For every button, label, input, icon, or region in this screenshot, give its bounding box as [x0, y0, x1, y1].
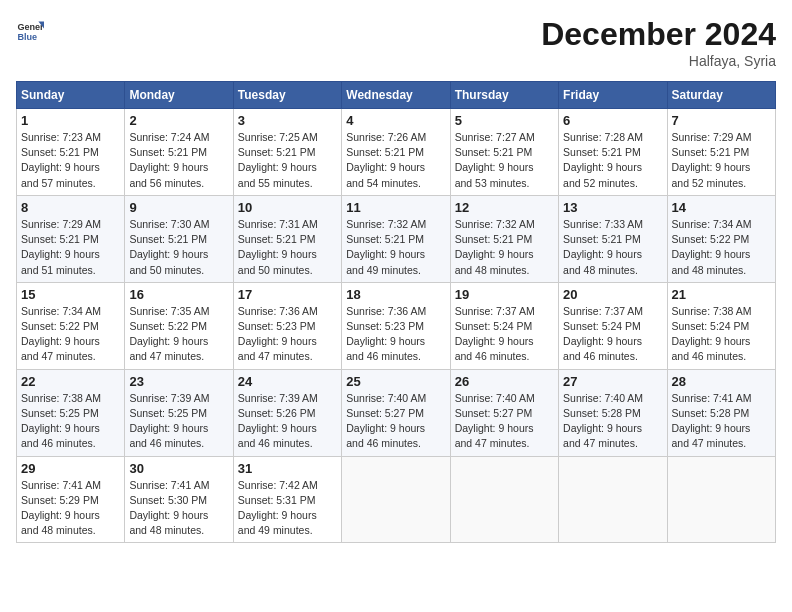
day-number: 23	[129, 374, 228, 389]
day-cell-6: 6Sunrise: 7:28 AMSunset: 5:21 PMDaylight…	[559, 109, 667, 196]
day-cell-11: 11Sunrise: 7:32 AMSunset: 5:21 PMDayligh…	[342, 195, 450, 282]
day-cell-13: 13Sunrise: 7:33 AMSunset: 5:21 PMDayligh…	[559, 195, 667, 282]
day-info: Sunrise: 7:27 AMSunset: 5:21 PMDaylight:…	[455, 130, 554, 191]
day-number: 8	[21, 200, 120, 215]
day-number: 29	[21, 461, 120, 476]
day-cell-29: 29Sunrise: 7:41 AMSunset: 5:29 PMDayligh…	[17, 456, 125, 543]
page-header: General Blue December 2024 Halfaya, Syri…	[16, 16, 776, 69]
day-number: 30	[129, 461, 228, 476]
day-number: 13	[563, 200, 662, 215]
week-row-1: 1Sunrise: 7:23 AMSunset: 5:21 PMDaylight…	[17, 109, 776, 196]
day-cell-5: 5Sunrise: 7:27 AMSunset: 5:21 PMDaylight…	[450, 109, 558, 196]
day-number: 18	[346, 287, 445, 302]
week-row-3: 15Sunrise: 7:34 AMSunset: 5:22 PMDayligh…	[17, 282, 776, 369]
day-info: Sunrise: 7:40 AMSunset: 5:27 PMDaylight:…	[346, 391, 445, 452]
day-cell-17: 17Sunrise: 7:36 AMSunset: 5:23 PMDayligh…	[233, 282, 341, 369]
day-info: Sunrise: 7:31 AMSunset: 5:21 PMDaylight:…	[238, 217, 337, 278]
empty-cell	[559, 456, 667, 543]
day-cell-15: 15Sunrise: 7:34 AMSunset: 5:22 PMDayligh…	[17, 282, 125, 369]
day-info: Sunrise: 7:37 AMSunset: 5:24 PMDaylight:…	[455, 304, 554, 365]
day-cell-31: 31Sunrise: 7:42 AMSunset: 5:31 PMDayligh…	[233, 456, 341, 543]
day-cell-1: 1Sunrise: 7:23 AMSunset: 5:21 PMDaylight…	[17, 109, 125, 196]
weekday-friday: Friday	[559, 82, 667, 109]
day-number: 6	[563, 113, 662, 128]
day-number: 28	[672, 374, 771, 389]
calendar-table: SundayMondayTuesdayWednesdayThursdayFrid…	[16, 81, 776, 543]
weekday-monday: Monday	[125, 82, 233, 109]
day-number: 5	[455, 113, 554, 128]
weekday-wednesday: Wednesday	[342, 82, 450, 109]
day-cell-19: 19Sunrise: 7:37 AMSunset: 5:24 PMDayligh…	[450, 282, 558, 369]
day-cell-8: 8Sunrise: 7:29 AMSunset: 5:21 PMDaylight…	[17, 195, 125, 282]
day-cell-12: 12Sunrise: 7:32 AMSunset: 5:21 PMDayligh…	[450, 195, 558, 282]
day-info: Sunrise: 7:32 AMSunset: 5:21 PMDaylight:…	[346, 217, 445, 278]
day-number: 10	[238, 200, 337, 215]
week-row-5: 29Sunrise: 7:41 AMSunset: 5:29 PMDayligh…	[17, 456, 776, 543]
empty-cell	[667, 456, 775, 543]
day-cell-16: 16Sunrise: 7:35 AMSunset: 5:22 PMDayligh…	[125, 282, 233, 369]
day-number: 27	[563, 374, 662, 389]
day-cell-14: 14Sunrise: 7:34 AMSunset: 5:22 PMDayligh…	[667, 195, 775, 282]
day-number: 25	[346, 374, 445, 389]
day-cell-9: 9Sunrise: 7:30 AMSunset: 5:21 PMDaylight…	[125, 195, 233, 282]
month-title: December 2024	[541, 16, 776, 53]
empty-cell	[450, 456, 558, 543]
day-cell-21: 21Sunrise: 7:38 AMSunset: 5:24 PMDayligh…	[667, 282, 775, 369]
day-cell-20: 20Sunrise: 7:37 AMSunset: 5:24 PMDayligh…	[559, 282, 667, 369]
day-cell-4: 4Sunrise: 7:26 AMSunset: 5:21 PMDaylight…	[342, 109, 450, 196]
day-info: Sunrise: 7:37 AMSunset: 5:24 PMDaylight:…	[563, 304, 662, 365]
day-number: 1	[21, 113, 120, 128]
day-number: 15	[21, 287, 120, 302]
day-info: Sunrise: 7:38 AMSunset: 5:24 PMDaylight:…	[672, 304, 771, 365]
day-number: 17	[238, 287, 337, 302]
day-number: 20	[563, 287, 662, 302]
week-row-2: 8Sunrise: 7:29 AMSunset: 5:21 PMDaylight…	[17, 195, 776, 282]
day-cell-10: 10Sunrise: 7:31 AMSunset: 5:21 PMDayligh…	[233, 195, 341, 282]
weekday-tuesday: Tuesday	[233, 82, 341, 109]
day-info: Sunrise: 7:34 AMSunset: 5:22 PMDaylight:…	[21, 304, 120, 365]
day-number: 24	[238, 374, 337, 389]
day-cell-23: 23Sunrise: 7:39 AMSunset: 5:25 PMDayligh…	[125, 369, 233, 456]
day-cell-2: 2Sunrise: 7:24 AMSunset: 5:21 PMDaylight…	[125, 109, 233, 196]
empty-cell	[342, 456, 450, 543]
day-info: Sunrise: 7:41 AMSunset: 5:29 PMDaylight:…	[21, 478, 120, 539]
day-info: Sunrise: 7:32 AMSunset: 5:21 PMDaylight:…	[455, 217, 554, 278]
day-info: Sunrise: 7:39 AMSunset: 5:25 PMDaylight:…	[129, 391, 228, 452]
weekday-header-row: SundayMondayTuesdayWednesdayThursdayFrid…	[17, 82, 776, 109]
logo-icon: General Blue	[16, 16, 44, 44]
weekday-saturday: Saturday	[667, 82, 775, 109]
day-cell-28: 28Sunrise: 7:41 AMSunset: 5:28 PMDayligh…	[667, 369, 775, 456]
day-number: 2	[129, 113, 228, 128]
day-info: Sunrise: 7:39 AMSunset: 5:26 PMDaylight:…	[238, 391, 337, 452]
day-cell-22: 22Sunrise: 7:38 AMSunset: 5:25 PMDayligh…	[17, 369, 125, 456]
day-info: Sunrise: 7:36 AMSunset: 5:23 PMDaylight:…	[346, 304, 445, 365]
day-info: Sunrise: 7:40 AMSunset: 5:28 PMDaylight:…	[563, 391, 662, 452]
day-info: Sunrise: 7:33 AMSunset: 5:21 PMDaylight:…	[563, 217, 662, 278]
day-number: 26	[455, 374, 554, 389]
day-cell-30: 30Sunrise: 7:41 AMSunset: 5:30 PMDayligh…	[125, 456, 233, 543]
day-info: Sunrise: 7:41 AMSunset: 5:28 PMDaylight:…	[672, 391, 771, 452]
day-info: Sunrise: 7:35 AMSunset: 5:22 PMDaylight:…	[129, 304, 228, 365]
day-number: 11	[346, 200, 445, 215]
day-cell-7: 7Sunrise: 7:29 AMSunset: 5:21 PMDaylight…	[667, 109, 775, 196]
day-cell-3: 3Sunrise: 7:25 AMSunset: 5:21 PMDaylight…	[233, 109, 341, 196]
day-cell-18: 18Sunrise: 7:36 AMSunset: 5:23 PMDayligh…	[342, 282, 450, 369]
day-number: 19	[455, 287, 554, 302]
day-info: Sunrise: 7:40 AMSunset: 5:27 PMDaylight:…	[455, 391, 554, 452]
day-number: 31	[238, 461, 337, 476]
day-info: Sunrise: 7:25 AMSunset: 5:21 PMDaylight:…	[238, 130, 337, 191]
day-number: 22	[21, 374, 120, 389]
day-number: 7	[672, 113, 771, 128]
svg-text:Blue: Blue	[17, 32, 37, 42]
day-info: Sunrise: 7:36 AMSunset: 5:23 PMDaylight:…	[238, 304, 337, 365]
day-info: Sunrise: 7:30 AMSunset: 5:21 PMDaylight:…	[129, 217, 228, 278]
logo: General Blue	[16, 16, 44, 44]
day-info: Sunrise: 7:34 AMSunset: 5:22 PMDaylight:…	[672, 217, 771, 278]
day-number: 4	[346, 113, 445, 128]
day-cell-26: 26Sunrise: 7:40 AMSunset: 5:27 PMDayligh…	[450, 369, 558, 456]
day-number: 3	[238, 113, 337, 128]
day-info: Sunrise: 7:29 AMSunset: 5:21 PMDaylight:…	[21, 217, 120, 278]
calendar-body: 1Sunrise: 7:23 AMSunset: 5:21 PMDaylight…	[17, 109, 776, 543]
weekday-sunday: Sunday	[17, 82, 125, 109]
location: Halfaya, Syria	[541, 53, 776, 69]
